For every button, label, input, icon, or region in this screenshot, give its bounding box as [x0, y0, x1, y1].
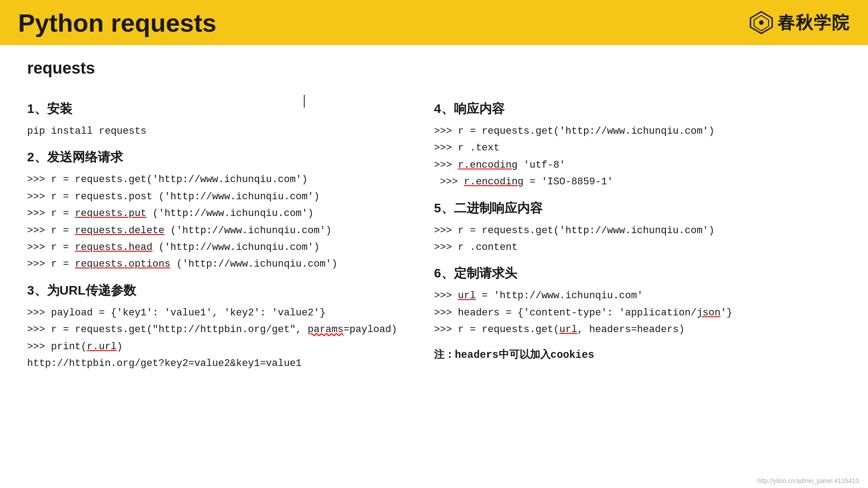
code-post: >>> r = requests.post ('http://www.ichun…	[27, 188, 407, 205]
page-title: Python requests	[18, 8, 217, 38]
code-r-encoding1: >>> r.encoding 'utf-8'	[434, 157, 814, 174]
code-pip-install: pip install requests	[27, 123, 407, 140]
code-head: >>> r = requests.head ('http://www.ichun…	[27, 239, 407, 256]
heading-headers: 6、定制请求头	[434, 265, 814, 282]
code-get: >>> r = requests.get('http://www.ichunqi…	[27, 171, 407, 188]
code-result-url: http://httpbin.org/get?key2=value2&key1=…	[27, 355, 407, 372]
code-url-var: >>> url = 'http://www.ichunqiu.com'	[434, 287, 814, 304]
code-options: >>> r = requests.options ('http://www.ic…	[27, 256, 407, 272]
heading-binary: 5、二进制响应内容	[434, 200, 814, 217]
section-title: requests	[27, 59, 841, 78]
heading-install: 1、安装	[27, 100, 407, 117]
code-delete: >>> r = requests.delete ('http://www.ich…	[27, 222, 407, 239]
section-binary: 5、二进制响应内容 >>> r = requests.get('http://w…	[434, 200, 814, 256]
code-r-content: >>> r .content	[434, 239, 814, 256]
code-r5-get: >>> r = requests.get('http://www.ichunqi…	[434, 222, 814, 239]
content: requests 1、安装 pip install requests 2、发送网…	[0, 45, 868, 385]
header: Python requests 春秋学院	[0, 0, 868, 45]
footnote: http://yilon.cn/admin_panel #115410	[757, 477, 859, 484]
svg-point-2	[759, 20, 764, 25]
code-r-encoding2: >>> r.encoding = 'ISO-8859-1'	[434, 174, 814, 190]
section-requests: 2、发送网络请求 >>> r = requests.get('http://ww…	[27, 149, 407, 272]
columns: 1、安装 pip install requests 2、发送网络请求 >>> r…	[27, 91, 841, 372]
code-payload: >>> payload = {'key1': 'value1', 'key2':…	[27, 305, 407, 321]
code-r-text: >>> r .text	[434, 140, 814, 156]
right-column: 4、响应内容 >>> r = requests.get('http://www.…	[434, 91, 841, 372]
code-print-url: >>> print(r.url)	[27, 338, 407, 355]
text-cursor	[304, 95, 305, 108]
section-install: 1、安装 pip install requests	[27, 100, 407, 140]
left-column: 1、安装 pip install requests 2、发送网络请求 >>> r…	[27, 91, 434, 372]
logo-area: 春秋学院	[749, 10, 850, 35]
heading-response: 4、响应内容	[434, 100, 814, 117]
code-r4-get: >>> r = requests.get('http://www.ichunqi…	[434, 123, 814, 140]
code-headers-var: >>> headers = {'content-type': 'applicat…	[434, 305, 814, 321]
heading-params: 3、为URL传递参数	[27, 282, 407, 299]
note-cookies: 注：headers中可以加入cookies	[434, 347, 814, 364]
code-get-params: >>> r = requests.get("http://httpbin.org…	[27, 321, 407, 338]
code-get-headers: >>> r = requests.get(url, headers=header…	[434, 321, 814, 338]
heading-network: 2、发送网络请求	[27, 149, 407, 166]
section-params: 3、为URL传递参数 >>> payload = {'key1': 'value…	[27, 282, 407, 372]
section-custom-headers: 6、定制请求头 >>> url = 'http://www.ichunqiu.c…	[434, 265, 814, 338]
chunqiu-icon	[749, 10, 774, 35]
section-note: 注：headers中可以加入cookies	[434, 347, 814, 364]
section-response-content: 4、响应内容 >>> r = requests.get('http://www.…	[434, 100, 814, 191]
logo-text: 春秋学院	[778, 11, 850, 34]
code-put: >>> r = requests.put ('http://www.ichunq…	[27, 205, 407, 222]
